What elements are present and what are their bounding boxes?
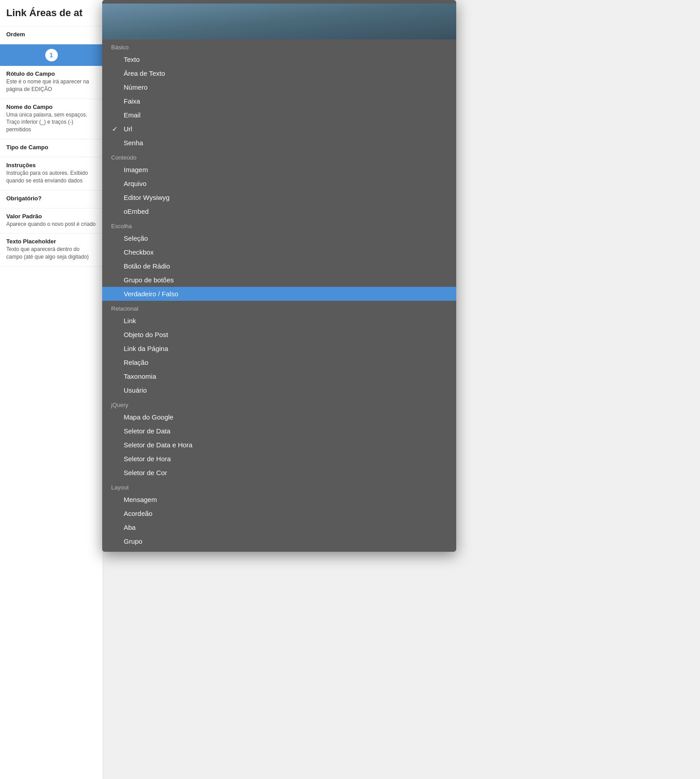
order-block: Ordem xyxy=(0,26,103,44)
dropdown-item[interactable]: Checkbox xyxy=(102,245,456,259)
field-description: Aparece quando o novo post é criado xyxy=(6,221,96,228)
dropdown-group-label: jQuery xyxy=(102,397,456,410)
dropdown-item[interactable]: Grupo xyxy=(102,534,456,548)
dropdown-item[interactable]: Número xyxy=(102,80,456,94)
field-block-nome-do-campo: Nome do CampoUma única palavra, sem espa… xyxy=(0,99,103,139)
field-label: Texto Placeholder xyxy=(6,238,96,245)
dropdown-item[interactable]: Editor Wysiwyg xyxy=(102,190,456,204)
dropdown-item[interactable]: Objeto do Post xyxy=(102,328,456,342)
field-description: Este é o nome que irá aparecer na página… xyxy=(6,78,96,93)
dropdown-item[interactable]: Imagem xyxy=(102,163,456,177)
dropdown-item[interactable]: Faixa xyxy=(102,94,456,108)
field-label: Obrigatório? xyxy=(6,195,96,202)
dropdown-item[interactable]: Email xyxy=(102,108,456,122)
field-label: Nome do Campo xyxy=(6,104,96,110)
order-label: Ordem xyxy=(6,31,96,38)
dropdown-item[interactable]: Mensagem xyxy=(102,493,456,506)
order-number: 1 xyxy=(45,49,58,61)
field-label: Instruções xyxy=(6,162,96,169)
dropdown-item[interactable]: Seletor de Data e Hora xyxy=(102,438,456,452)
dropdown-group-label: Conteúdo xyxy=(102,150,456,163)
dropdown-item[interactable]: Arquivo xyxy=(102,177,456,190)
dropdown-group-label: Básico xyxy=(102,39,456,52)
field-description: Uma única palavra, sem espaços. Traço in… xyxy=(6,111,96,134)
dropdown-item[interactable]: Url xyxy=(102,122,456,136)
field-block-instrues: InstruçõesInstrução para os autores. Exi… xyxy=(0,157,103,190)
dropdown-item[interactable]: Relação xyxy=(102,355,456,369)
page-title: Link Áreas de at xyxy=(0,0,103,26)
field-block-valor-padro: Valor PadrãoAparece quando o novo post é… xyxy=(0,208,103,234)
field-label: Rótulo do Campo xyxy=(6,70,96,77)
dropdown-top-image xyxy=(102,4,456,39)
dropdown-item[interactable]: Senha xyxy=(102,136,456,150)
field-type-dropdown[interactable]: BásicoTextoÁrea de TextoNúmeroFaixaEmail… xyxy=(102,0,456,552)
field-block-rtulo-do-campo: Rótulo do CampoEste é o nome que irá apa… xyxy=(0,66,103,99)
dropdown-group-label: Layout xyxy=(102,480,456,493)
field-block-obrigatrio: Obrigatório? xyxy=(0,190,103,208)
dropdown-item[interactable]: Seletor de Data xyxy=(102,424,456,438)
order-row-highlighted: 1 xyxy=(0,44,103,66)
dropdown-group-label: Relacional xyxy=(102,301,456,314)
dropdown-item[interactable]: Seletor de Cor xyxy=(102,466,456,480)
field-label: Valor Padrão xyxy=(6,213,96,220)
dropdown-item[interactable]: Área de Texto xyxy=(102,66,456,80)
dropdown-item[interactable]: Link xyxy=(102,314,456,328)
dropdown-item[interactable]: Verdadeiro / Falso xyxy=(102,287,456,301)
field-block-tipo-de-campo: Tipo de Campo xyxy=(0,139,103,157)
field-block-texto-placeholder: Texto PlaceholderTexto que aparecerá den… xyxy=(0,234,103,267)
left-panel: Link Áreas de at Ordem 1 Rótulo do Campo… xyxy=(0,0,103,779)
dropdown-item[interactable]: Seleção xyxy=(102,231,456,245)
dropdown-item[interactable]: Aba xyxy=(102,520,456,534)
dropdown-item[interactable]: Botão de Rádio xyxy=(102,259,456,273)
dropdown-item[interactable]: Link da Página xyxy=(102,342,456,355)
dropdown-item[interactable]: oEmbed xyxy=(102,204,456,218)
field-description: Texto que aparecerá dentro do campo (até… xyxy=(6,246,96,261)
dropdown-item[interactable]: Grupo de botões xyxy=(102,273,456,287)
dropdown-item[interactable]: Seletor de Hora xyxy=(102,452,456,466)
dropdown-item[interactable]: Acordeão xyxy=(102,506,456,520)
dropdown-item[interactable]: Texto xyxy=(102,52,456,66)
field-label: Tipo de Campo xyxy=(6,144,96,151)
dropdown-group-label: Escolha xyxy=(102,218,456,231)
dropdown-item[interactable]: Usuário xyxy=(102,383,456,397)
dropdown-item[interactable]: Taxonomia xyxy=(102,369,456,383)
dropdown-item[interactable]: Mapa do Google xyxy=(102,410,456,424)
field-description: Instrução para os autores. Exibido quand… xyxy=(6,169,96,185)
